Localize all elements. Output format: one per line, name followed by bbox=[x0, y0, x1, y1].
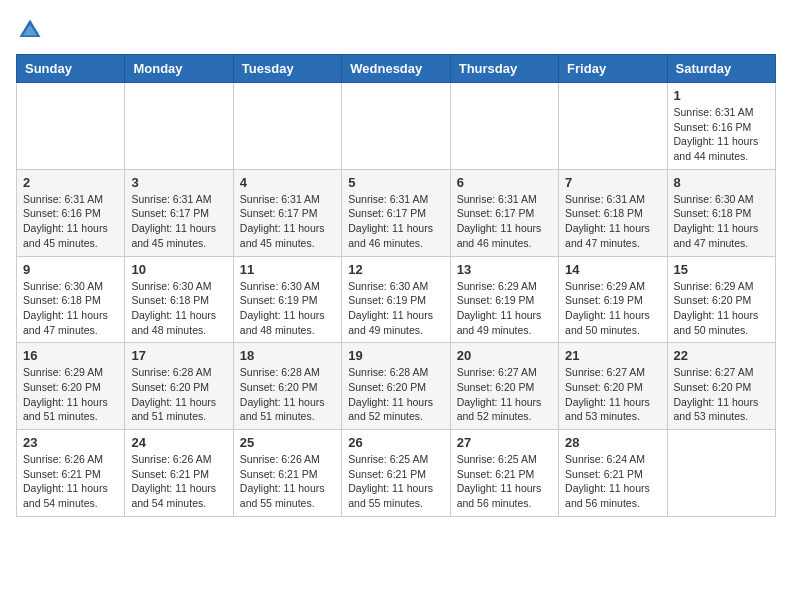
calendar-header-wednesday: Wednesday bbox=[342, 55, 450, 83]
day-info: Sunrise: 6:31 AM Sunset: 6:16 PM Dayligh… bbox=[674, 105, 769, 164]
calendar-cell: 18Sunrise: 6:28 AM Sunset: 6:20 PM Dayli… bbox=[233, 343, 341, 430]
day-number: 10 bbox=[131, 262, 226, 277]
day-number: 2 bbox=[23, 175, 118, 190]
calendar-cell: 15Sunrise: 6:29 AM Sunset: 6:20 PM Dayli… bbox=[667, 256, 775, 343]
calendar-cell: 26Sunrise: 6:25 AM Sunset: 6:21 PM Dayli… bbox=[342, 430, 450, 517]
day-info: Sunrise: 6:31 AM Sunset: 6:18 PM Dayligh… bbox=[565, 192, 660, 251]
calendar-cell: 24Sunrise: 6:26 AM Sunset: 6:21 PM Dayli… bbox=[125, 430, 233, 517]
calendar-cell: 23Sunrise: 6:26 AM Sunset: 6:21 PM Dayli… bbox=[17, 430, 125, 517]
day-info: Sunrise: 6:27 AM Sunset: 6:20 PM Dayligh… bbox=[457, 365, 552, 424]
day-info: Sunrise: 6:28 AM Sunset: 6:20 PM Dayligh… bbox=[131, 365, 226, 424]
day-number: 27 bbox=[457, 435, 552, 450]
calendar-week-1: 1Sunrise: 6:31 AM Sunset: 6:16 PM Daylig… bbox=[17, 83, 776, 170]
calendar-week-3: 9Sunrise: 6:30 AM Sunset: 6:18 PM Daylig… bbox=[17, 256, 776, 343]
day-number: 11 bbox=[240, 262, 335, 277]
calendar-cell: 6Sunrise: 6:31 AM Sunset: 6:17 PM Daylig… bbox=[450, 169, 558, 256]
calendar-cell: 2Sunrise: 6:31 AM Sunset: 6:16 PM Daylig… bbox=[17, 169, 125, 256]
calendar-cell: 28Sunrise: 6:24 AM Sunset: 6:21 PM Dayli… bbox=[559, 430, 667, 517]
calendar-cell: 5Sunrise: 6:31 AM Sunset: 6:17 PM Daylig… bbox=[342, 169, 450, 256]
calendar-cell bbox=[667, 430, 775, 517]
day-info: Sunrise: 6:26 AM Sunset: 6:21 PM Dayligh… bbox=[131, 452, 226, 511]
calendar-cell bbox=[125, 83, 233, 170]
calendar-cell: 3Sunrise: 6:31 AM Sunset: 6:17 PM Daylig… bbox=[125, 169, 233, 256]
calendar-header-monday: Monday bbox=[125, 55, 233, 83]
calendar-body: 1Sunrise: 6:31 AM Sunset: 6:16 PM Daylig… bbox=[17, 83, 776, 517]
day-info: Sunrise: 6:29 AM Sunset: 6:19 PM Dayligh… bbox=[565, 279, 660, 338]
day-number: 28 bbox=[565, 435, 660, 450]
day-info: Sunrise: 6:25 AM Sunset: 6:21 PM Dayligh… bbox=[348, 452, 443, 511]
calendar-cell: 27Sunrise: 6:25 AM Sunset: 6:21 PM Dayli… bbox=[450, 430, 558, 517]
calendar-cell: 8Sunrise: 6:30 AM Sunset: 6:18 PM Daylig… bbox=[667, 169, 775, 256]
day-info: Sunrise: 6:31 AM Sunset: 6:17 PM Dayligh… bbox=[240, 192, 335, 251]
calendar-cell bbox=[450, 83, 558, 170]
day-info: Sunrise: 6:28 AM Sunset: 6:20 PM Dayligh… bbox=[240, 365, 335, 424]
calendar-header-tuesday: Tuesday bbox=[233, 55, 341, 83]
day-number: 14 bbox=[565, 262, 660, 277]
calendar-cell bbox=[559, 83, 667, 170]
day-info: Sunrise: 6:30 AM Sunset: 6:18 PM Dayligh… bbox=[674, 192, 769, 251]
logo bbox=[16, 16, 48, 44]
day-info: Sunrise: 6:27 AM Sunset: 6:20 PM Dayligh… bbox=[565, 365, 660, 424]
calendar-cell: 10Sunrise: 6:30 AM Sunset: 6:18 PM Dayli… bbox=[125, 256, 233, 343]
day-number: 18 bbox=[240, 348, 335, 363]
day-number: 6 bbox=[457, 175, 552, 190]
calendar-week-4: 16Sunrise: 6:29 AM Sunset: 6:20 PM Dayli… bbox=[17, 343, 776, 430]
calendar-cell: 1Sunrise: 6:31 AM Sunset: 6:16 PM Daylig… bbox=[667, 83, 775, 170]
day-info: Sunrise: 6:26 AM Sunset: 6:21 PM Dayligh… bbox=[23, 452, 118, 511]
calendar-header-friday: Friday bbox=[559, 55, 667, 83]
calendar-cell: 13Sunrise: 6:29 AM Sunset: 6:19 PM Dayli… bbox=[450, 256, 558, 343]
day-number: 23 bbox=[23, 435, 118, 450]
calendar-cell bbox=[233, 83, 341, 170]
day-number: 22 bbox=[674, 348, 769, 363]
calendar-cell: 20Sunrise: 6:27 AM Sunset: 6:20 PM Dayli… bbox=[450, 343, 558, 430]
day-number: 17 bbox=[131, 348, 226, 363]
day-number: 24 bbox=[131, 435, 226, 450]
day-info: Sunrise: 6:26 AM Sunset: 6:21 PM Dayligh… bbox=[240, 452, 335, 511]
calendar-header-sunday: Sunday bbox=[17, 55, 125, 83]
day-number: 4 bbox=[240, 175, 335, 190]
day-info: Sunrise: 6:27 AM Sunset: 6:20 PM Dayligh… bbox=[674, 365, 769, 424]
day-number: 9 bbox=[23, 262, 118, 277]
day-number: 15 bbox=[674, 262, 769, 277]
day-number: 13 bbox=[457, 262, 552, 277]
day-number: 19 bbox=[348, 348, 443, 363]
calendar-cell bbox=[17, 83, 125, 170]
day-number: 3 bbox=[131, 175, 226, 190]
day-info: Sunrise: 6:31 AM Sunset: 6:17 PM Dayligh… bbox=[131, 192, 226, 251]
calendar-cell: 19Sunrise: 6:28 AM Sunset: 6:20 PM Dayli… bbox=[342, 343, 450, 430]
calendar-cell: 25Sunrise: 6:26 AM Sunset: 6:21 PM Dayli… bbox=[233, 430, 341, 517]
day-number: 5 bbox=[348, 175, 443, 190]
logo-icon bbox=[16, 16, 44, 44]
day-info: Sunrise: 6:31 AM Sunset: 6:17 PM Dayligh… bbox=[457, 192, 552, 251]
day-number: 1 bbox=[674, 88, 769, 103]
calendar-cell bbox=[342, 83, 450, 170]
day-info: Sunrise: 6:30 AM Sunset: 6:19 PM Dayligh… bbox=[348, 279, 443, 338]
day-info: Sunrise: 6:29 AM Sunset: 6:19 PM Dayligh… bbox=[457, 279, 552, 338]
day-info: Sunrise: 6:30 AM Sunset: 6:18 PM Dayligh… bbox=[23, 279, 118, 338]
calendar-header-row: SundayMondayTuesdayWednesdayThursdayFrid… bbox=[17, 55, 776, 83]
day-number: 25 bbox=[240, 435, 335, 450]
calendar-header-saturday: Saturday bbox=[667, 55, 775, 83]
day-info: Sunrise: 6:29 AM Sunset: 6:20 PM Dayligh… bbox=[23, 365, 118, 424]
calendar-cell: 14Sunrise: 6:29 AM Sunset: 6:19 PM Dayli… bbox=[559, 256, 667, 343]
calendar-cell: 12Sunrise: 6:30 AM Sunset: 6:19 PM Dayli… bbox=[342, 256, 450, 343]
calendar-cell: 21Sunrise: 6:27 AM Sunset: 6:20 PM Dayli… bbox=[559, 343, 667, 430]
day-info: Sunrise: 6:30 AM Sunset: 6:18 PM Dayligh… bbox=[131, 279, 226, 338]
calendar-cell: 11Sunrise: 6:30 AM Sunset: 6:19 PM Dayli… bbox=[233, 256, 341, 343]
page-header bbox=[16, 16, 776, 44]
calendar-cell: 7Sunrise: 6:31 AM Sunset: 6:18 PM Daylig… bbox=[559, 169, 667, 256]
calendar-week-5: 23Sunrise: 6:26 AM Sunset: 6:21 PM Dayli… bbox=[17, 430, 776, 517]
day-number: 26 bbox=[348, 435, 443, 450]
calendar-table: SundayMondayTuesdayWednesdayThursdayFrid… bbox=[16, 54, 776, 517]
day-number: 20 bbox=[457, 348, 552, 363]
day-info: Sunrise: 6:31 AM Sunset: 6:16 PM Dayligh… bbox=[23, 192, 118, 251]
calendar-header-thursday: Thursday bbox=[450, 55, 558, 83]
calendar-cell: 16Sunrise: 6:29 AM Sunset: 6:20 PM Dayli… bbox=[17, 343, 125, 430]
day-number: 7 bbox=[565, 175, 660, 190]
day-number: 8 bbox=[674, 175, 769, 190]
calendar-cell: 22Sunrise: 6:27 AM Sunset: 6:20 PM Dayli… bbox=[667, 343, 775, 430]
day-info: Sunrise: 6:24 AM Sunset: 6:21 PM Dayligh… bbox=[565, 452, 660, 511]
day-info: Sunrise: 6:25 AM Sunset: 6:21 PM Dayligh… bbox=[457, 452, 552, 511]
day-info: Sunrise: 6:31 AM Sunset: 6:17 PM Dayligh… bbox=[348, 192, 443, 251]
day-number: 12 bbox=[348, 262, 443, 277]
